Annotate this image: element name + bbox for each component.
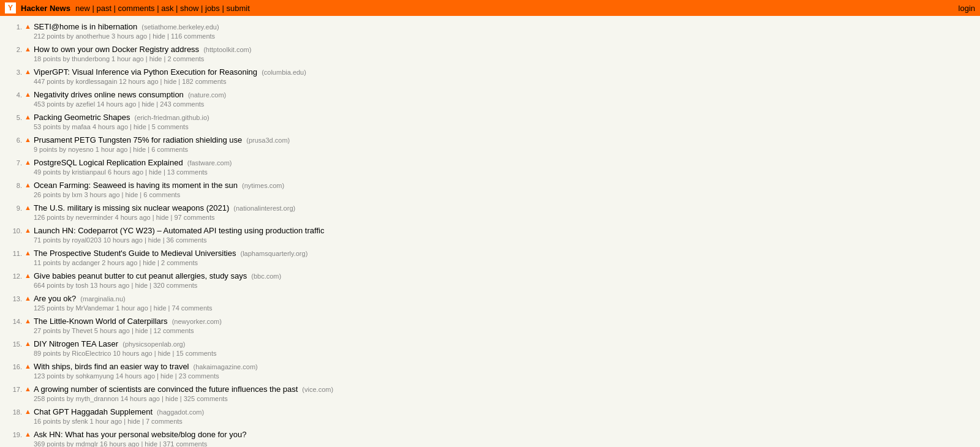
nav-past[interactable]: past [96, 4, 111, 13]
story-row: 14.▲The Little-Known World of Caterpilla… [0, 315, 980, 338]
story-row: 7.▲PostgreSQL Logical Replication Explai… [0, 157, 980, 179]
story-content: Packing Geometric Shapes (erich-friedman… [34, 113, 980, 134]
story-meta: 212 points by anotherhue 3 hours ago | h… [34, 31, 980, 43]
story-number: 2. [5, 45, 22, 53]
story-content: Negativity drives online news consumptio… [34, 90, 980, 111]
story-domain: (nationalinterest.org) [232, 205, 295, 212]
story-title-line: PostgreSQL Logical Replication Explained… [34, 158, 980, 167]
vote-arrow[interactable]: ▲ [24, 226, 31, 234]
story-number: 14. [5, 317, 22, 325]
story-content: PostgreSQL Logical Replication Explained… [34, 158, 980, 179]
vote-arrow[interactable]: ▲ [24, 158, 31, 166]
story-number: 18. [5, 407, 22, 416]
story-title-line: The U.S. military is missing six nuclear… [34, 203, 980, 212]
story-meta: 49 points by kristianpaul 6 hours ago | … [34, 167, 980, 179]
story-content: A growing number of scientists are convi… [34, 385, 980, 406]
vote-arrow[interactable]: ▲ [24, 362, 31, 370]
story-domain: (fastware.com) [186, 159, 232, 167]
vote-arrow[interactable]: ▲ [24, 113, 31, 121]
nav-ask[interactable]: ask [161, 4, 173, 13]
vote-arrow[interactable]: ▲ [24, 294, 31, 302]
story-title-link[interactable]: ViperGPT: Visual Inference via Python Ex… [34, 67, 257, 77]
story-content: Ask HN: What has your personal website/b… [34, 430, 980, 447]
login-button[interactable]: login [959, 4, 975, 13]
vote-arrow[interactable]: ▲ [24, 22, 31, 30]
story-title-link[interactable]: The Prospective Student's Guide to Medie… [34, 249, 236, 258]
story-number: 4. [5, 90, 22, 99]
site-title: Hacker News [21, 4, 70, 13]
story-list: 1.▲SETI@home is in hibernation (setiatho… [0, 16, 980, 447]
story-number: 1. [5, 22, 22, 31]
story-title-link[interactable]: With ships, birds find an easier way to … [34, 362, 189, 371]
story-row: 1.▲SETI@home is in hibernation (setiatho… [0, 21, 980, 43]
story-content: The U.S. military is missing six nuclear… [34, 203, 980, 225]
story-title-line: Packing Geometric Shapes (erich-friedman… [34, 113, 980, 122]
vote-arrow[interactable]: ▲ [24, 67, 31, 75]
story-title-link[interactable]: Are you ok? [34, 294, 76, 303]
vote-arrow[interactable]: ▲ [24, 317, 31, 325]
story-title-link[interactable]: Negativity drives online news consumptio… [34, 90, 184, 99]
story-title-link[interactable]: DIY Nitrogen TEA Laser [34, 339, 118, 348]
story-row: 3.▲ViperGPT: Visual Inference via Python… [0, 66, 980, 89]
story-meta: 89 points by RicoElectrico 10 hours ago … [34, 348, 980, 361]
story-meta: 18 points by thunderbong 1 hour ago | hi… [34, 54, 980, 66]
hn-logo[interactable]: Y [5, 2, 16, 13]
story-number: 9. [5, 203, 22, 212]
story-number: 13. [5, 294, 22, 302]
story-title-link[interactable]: Ocean Farming: Seaweed is having its mom… [34, 181, 238, 190]
story-domain: (newyorker.com) [170, 318, 222, 325]
story-number: 16. [5, 362, 22, 370]
vote-arrow[interactable]: ▲ [24, 45, 31, 53]
story-meta: 664 points by tosh 13 hours ago | hide |… [34, 280, 980, 293]
nav-jobs[interactable]: jobs [205, 4, 220, 13]
vote-arrow[interactable]: ▲ [24, 90, 31, 98]
story-meta: 369 points by mdmglr 16 hours ago | hide… [34, 439, 980, 447]
vote-arrow[interactable]: ▲ [24, 181, 31, 189]
story-title-link[interactable]: Ask HN: What has your personal website/b… [34, 430, 247, 439]
nav-links: new | past | comments | ask | show | job… [75, 4, 250, 13]
story-title-line: Are you ok? (marginalia.nu) [34, 294, 980, 303]
story-title-link[interactable]: The U.S. military is missing six nuclear… [34, 203, 229, 212]
story-content: Are you ok? (marginalia.nu)125 points by… [34, 294, 980, 315]
story-title-link[interactable]: Launch HN: Codeparrot (YC W23) – Automat… [34, 226, 325, 235]
story-row: 2.▲How to own your own Docker Registry a… [0, 43, 980, 66]
story-title-link[interactable]: PostgreSQL Logical Replication Explained [34, 158, 183, 167]
story-title-link[interactable]: Prusament PETG Tungsten 75% for radiatio… [34, 135, 242, 145]
story-title-line: SETI@home is in hibernation (setiathome.… [34, 22, 980, 31]
story-title-line: Give babies peanut butter to cut peanut … [34, 271, 980, 280]
story-content: The Prospective Student's Guide to Medie… [34, 249, 980, 270]
story-title-link[interactable]: Packing Geometric Shapes [34, 113, 130, 122]
story-title-link[interactable]: SETI@home is in hibernation [34, 22, 137, 31]
story-number: 19. [5, 430, 22, 438]
story-title-link[interactable]: A growing number of scientists are convi… [34, 385, 298, 394]
vote-arrow[interactable]: ▲ [24, 339, 31, 347]
vote-arrow[interactable]: ▲ [24, 430, 31, 438]
story-row: 16.▲With ships, birds find an easier way… [0, 361, 980, 383]
story-domain: (nature.com) [186, 91, 226, 99]
story-row: 5.▲Packing Geometric Shapes (erich-fried… [0, 111, 980, 134]
story-content: DIY Nitrogen TEA Laser (physicsopenlab.o… [34, 339, 980, 361]
story-domain: (vice.com) [300, 386, 333, 393]
story-title-line: Chat GPT Haggadah Supplement (haggadot.c… [34, 407, 980, 416]
story-number: 7. [5, 158, 22, 167]
story-title-line: With ships, birds find an easier way to … [34, 362, 980, 371]
vote-arrow[interactable]: ▲ [24, 407, 31, 415]
vote-arrow[interactable]: ▲ [24, 135, 31, 143]
vote-arrow[interactable]: ▲ [24, 249, 31, 257]
story-title-link[interactable]: The Little-Known World of Caterpillars [34, 317, 168, 326]
story-content: With ships, birds find an easier way to … [34, 362, 980, 383]
vote-arrow[interactable]: ▲ [24, 271, 31, 279]
story-meta: 26 points by lxm 3 hours ago | hide | 6 … [34, 190, 980, 202]
nav-submit[interactable]: submit [226, 4, 249, 13]
story-title-line: Prusament PETG Tungsten 75% for radiatio… [34, 135, 980, 145]
story-title-link[interactable]: Give babies peanut butter to cut peanut … [34, 271, 247, 280]
story-title-link[interactable]: How to own your own Docker Registry addr… [34, 45, 199, 54]
story-title-link[interactable]: Chat GPT Haggadah Supplement [34, 407, 153, 416]
story-row: 17.▲A growing number of scientists are c… [0, 383, 980, 406]
nav-new[interactable]: new [75, 4, 90, 13]
story-meta: 126 points by neverminder 4 hours ago | … [34, 212, 980, 225]
nav-comments[interactable]: comments [118, 4, 155, 13]
vote-arrow[interactable]: ▲ [24, 203, 31, 211]
vote-arrow[interactable]: ▲ [24, 385, 31, 393]
nav-show[interactable]: show [180, 4, 198, 13]
